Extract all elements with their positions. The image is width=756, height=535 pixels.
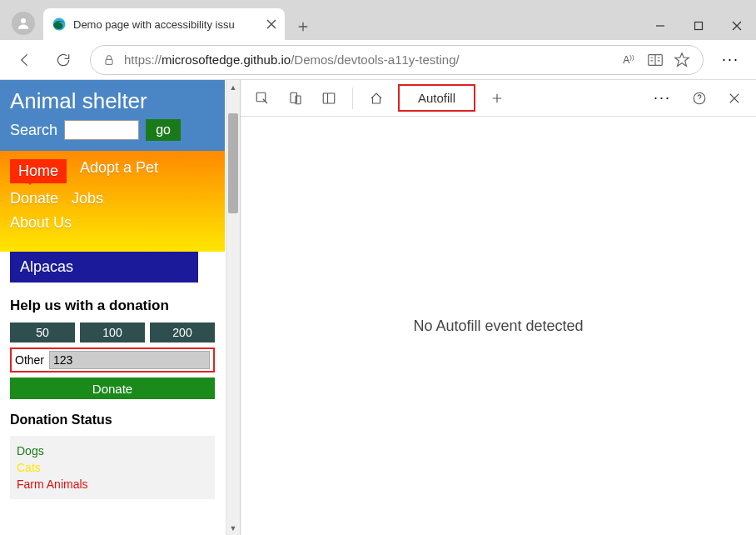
autofill-tab[interactable]: Autofill [398,84,475,112]
read-aloud-icon[interactable]: A)) [619,51,638,69]
nav-jobs[interactable]: Jobs [72,190,103,208]
status-farm[interactable]: Farm Animals [17,478,208,491]
device-icon[interactable] [281,83,311,113]
other-label: Other [15,353,44,367]
status-heading: Donation Status [10,412,215,428]
donation-status-section: Donation Status Dogs Cats Farm Animals [0,399,225,499]
profile-avatar[interactable] [12,12,35,35]
favorite-icon[interactable] [673,51,691,69]
amount-100-button[interactable]: 100 [80,322,145,342]
search-label: Search [10,122,57,139]
nav-about[interactable]: About Us [10,214,72,232]
close-window-button[interactable] [718,12,756,40]
search-input[interactable] [64,120,139,140]
address-bar: https://microsoftedge.github.io/Demos/de… [0,40,756,80]
search-go-button[interactable]: go [146,119,181,141]
donation-section: Help us with a donation 50 100 200 Other… [0,298,225,399]
other-amount-row: Other [10,348,215,372]
other-amount-input[interactable] [49,351,210,369]
svg-rect-8 [323,93,335,103]
lock-icon [102,53,116,67]
donate-button[interactable]: Donate [10,378,215,399]
browser-tab[interactable]: Demo page with accessibility issu [43,8,285,40]
amount-200-button[interactable]: 200 [150,322,215,342]
scrollbar-thumb[interactable] [228,113,238,213]
site-header: Animal shelter Search go [0,80,225,151]
nav-donate[interactable]: Donate [10,190,58,208]
amount-50-button[interactable]: 50 [10,322,75,342]
page-viewport: Animal shelter Search go Home Adopt a Pe… [0,80,240,535]
back-button[interactable] [8,43,42,77]
autofill-empty-message: No Autofill event detected [413,318,583,335]
nav-home[interactable]: Home [10,159,67,183]
edge-icon [52,17,67,32]
devtools-close-button[interactable] [719,83,749,113]
devtools-body: No Autofill event detected [241,117,756,535]
refresh-button[interactable] [47,43,80,77]
svg-rect-2 [695,22,703,30]
inspect-icon[interactable] [247,83,277,113]
new-tab-button[interactable] [290,13,316,40]
more-tabs-button[interactable] [482,83,512,113]
reader-icon[interactable] [646,51,664,69]
devtools-menu-button[interactable]: ··· [645,89,679,107]
site-title: Animal shelter [10,88,215,114]
svg-point-0 [21,18,26,23]
scrollbar[interactable]: ▲ ▼ [226,80,240,535]
minimize-button[interactable] [641,12,679,40]
scroll-up-icon[interactable]: ▲ [226,80,240,94]
alpacas-item[interactable]: Alpacas [10,252,198,282]
help-icon[interactable] [684,83,714,113]
status-dogs[interactable]: Dogs [17,444,208,458]
nav-menu: Home Adopt a Pet Donate Jobs About Us [0,151,225,252]
dock-icon[interactable] [314,83,344,113]
close-icon[interactable] [265,18,278,31]
status-cats[interactable]: Cats [17,461,208,474]
url-omnibox[interactable]: https://microsoftedge.github.io/Demos/de… [90,45,704,75]
svg-rect-3 [106,59,112,64]
url-text: https://microsoftedge.github.io/Demos/de… [124,52,611,67]
nav-adopt[interactable]: Adopt a Pet [80,159,158,183]
devtools-panel: Autofill ··· No Autofill event detected [240,80,756,535]
devtools-toolbar: Autofill ··· [241,80,756,117]
window-controls [641,12,756,40]
divider [352,88,353,109]
welcome-icon[interactable] [361,83,391,113]
scroll-down-icon[interactable]: ▼ [226,521,240,535]
donation-heading: Help us with a donation [10,298,215,314]
maximize-button[interactable] [679,12,718,40]
window-titlebar: Demo page with accessibility issu [0,0,756,40]
browser-menu-button[interactable]: ··· [714,51,748,68]
tab-title: Demo page with accessibility issu [73,18,258,31]
